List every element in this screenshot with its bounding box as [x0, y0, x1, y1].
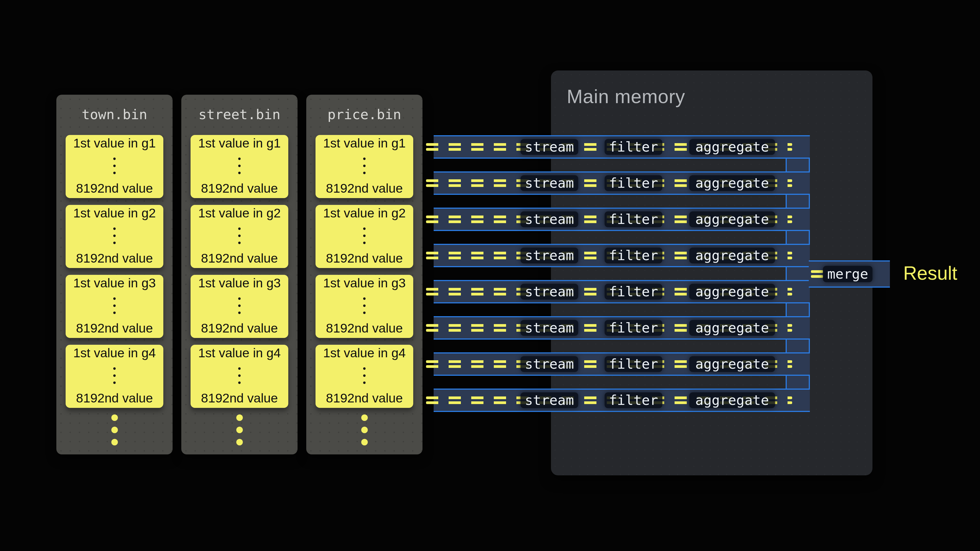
group-last-value: 8192nd value — [201, 181, 278, 195]
group-first-value: 1st value in g1 — [323, 136, 406, 150]
group-last-value: 8192nd value — [326, 321, 402, 335]
vertical-ellipsis-icon — [363, 297, 366, 314]
group-first-value: 1st value in g4 — [198, 346, 281, 360]
stage-label-aggregate: aggregate — [689, 356, 775, 372]
group-last-value: 8192nd value — [76, 251, 153, 265]
pipeline-gap-edge — [786, 231, 787, 244]
pipeline-row: stream filter aggregate — [434, 353, 810, 376]
more-groups-ellipsis-icon — [181, 414, 298, 445]
group-first-value: 1st value in g3 — [73, 276, 156, 290]
pipeline-row: stream filter aggregate — [434, 244, 810, 267]
group-first-value: 1st value in g3 — [323, 276, 406, 290]
stage-label-merge: merge — [823, 266, 872, 282]
pipeline-gap-edge — [786, 376, 787, 389]
data-flow-dashes-icon — [811, 270, 823, 273]
file-column-price: price.bin 1st value in g1 8192nd value 1… — [306, 95, 423, 454]
stage-label-aggregate: aggregate — [689, 139, 775, 155]
file-column-town: town.bin 1st value in g1 8192nd value 1s… — [56, 95, 173, 454]
more-groups-ellipsis-icon — [306, 414, 423, 445]
pipeline-gap-edge — [786, 159, 787, 171]
stage-label-stream: stream — [520, 356, 578, 372]
vertical-ellipsis-icon — [238, 297, 241, 314]
value-group-block: 1st value in g4 8192nd value — [65, 345, 163, 408]
pipeline-gap-edge — [786, 303, 787, 316]
value-group-block: 1st value in g1 8192nd value — [315, 135, 413, 198]
pipeline-row: stream filter aggregate — [434, 135, 810, 159]
result-label: Result — [903, 264, 957, 283]
vertical-ellipsis-icon — [238, 367, 241, 384]
stage-label-stream: stream — [520, 248, 578, 264]
stage-label-stream: stream — [520, 392, 578, 408]
pipeline-row: stream filter aggregate — [434, 389, 810, 412]
stage-label-filter: filter — [605, 175, 662, 191]
pipeline-gap-edge — [786, 340, 787, 353]
group-first-value: 1st value in g2 — [73, 206, 156, 220]
stage-label-filter: filter — [605, 248, 662, 264]
value-group-block: 1st value in g1 8192nd value — [191, 135, 288, 198]
value-group-block: 1st value in g4 8192nd value — [191, 345, 288, 408]
value-group-block: 1st value in g1 8192nd value — [65, 135, 163, 198]
stage-label-filter: filter — [605, 139, 662, 155]
stage-label-aggregate: aggregate — [689, 392, 775, 408]
pipeline-row: stream filter aggregate — [434, 208, 810, 231]
group-first-value: 1st value in g2 — [198, 206, 281, 220]
value-group-block: 1st value in g2 8192nd value — [65, 205, 163, 268]
vertical-ellipsis-icon — [113, 227, 116, 244]
value-group-block: 1st value in g2 8192nd value — [315, 205, 413, 268]
main-memory-title: Main memory — [567, 86, 685, 108]
stage-label-filter: filter — [605, 284, 662, 300]
vertical-ellipsis-icon — [363, 227, 366, 244]
group-first-value: 1st value in g4 — [73, 346, 156, 360]
stage-label-filter: filter — [605, 320, 662, 336]
stage-label-stream: stream — [520, 139, 578, 155]
group-last-value: 8192nd value — [201, 321, 278, 335]
diagram-canvas: Main memory town.bin 1st value in g1 819… — [0, 0, 980, 551]
pipeline-row: stream filter aggregate — [434, 316, 810, 340]
group-last-value: 8192nd value — [76, 181, 153, 195]
group-last-value: 8192nd value — [201, 251, 278, 265]
stage-label-aggregate: aggregate — [689, 248, 775, 264]
group-last-value: 8192nd value — [326, 251, 402, 265]
vertical-ellipsis-icon — [113, 297, 116, 314]
stage-label-filter: filter — [605, 392, 662, 408]
file-name-town: town.bin — [56, 106, 173, 122]
stage-label-filter: filter — [605, 356, 662, 372]
merge-band: merge — [809, 260, 890, 287]
value-group-block: 1st value in g3 8192nd value — [191, 275, 288, 338]
group-first-value: 1st value in g2 — [323, 206, 406, 220]
file-name-price: price.bin — [306, 106, 423, 122]
pipeline-row: stream filter aggregate — [434, 171, 810, 195]
file-name-street: street.bin — [181, 106, 298, 122]
vertical-ellipsis-icon — [113, 157, 116, 174]
stage-label-aggregate: aggregate — [689, 284, 775, 300]
group-first-value: 1st value in g4 — [323, 346, 406, 360]
vertical-ellipsis-icon — [238, 157, 241, 174]
stage-label-filter: filter — [605, 211, 662, 227]
vertical-ellipsis-icon — [363, 157, 366, 174]
stage-label-stream: stream — [520, 284, 578, 300]
stage-label-stream: stream — [520, 175, 578, 191]
group-last-value: 8192nd value — [326, 181, 402, 195]
group-first-value: 1st value in g1 — [73, 136, 156, 150]
value-group-block: 1st value in g4 8192nd value — [315, 345, 413, 408]
vertical-ellipsis-icon — [363, 367, 366, 384]
pipeline-gap-edge — [786, 267, 787, 280]
stage-label-aggregate: aggregate — [689, 320, 775, 336]
stage-label-stream: stream — [520, 320, 578, 336]
data-flow-dashes-icon — [811, 275, 823, 278]
pipeline-row: stream filter aggregate — [434, 280, 810, 303]
group-last-value: 8192nd value — [76, 391, 153, 405]
vertical-ellipsis-icon — [238, 227, 241, 244]
stage-label-aggregate: aggregate — [689, 175, 775, 191]
file-column-street: street.bin 1st value in g1 8192nd value … — [181, 95, 298, 454]
stage-label-aggregate: aggregate — [689, 211, 775, 227]
group-last-value: 8192nd value — [201, 391, 278, 405]
group-first-value: 1st value in g1 — [198, 136, 281, 150]
value-group-block: 1st value in g3 8192nd value — [65, 275, 163, 338]
pipeline-gap-edge — [786, 195, 787, 208]
vertical-ellipsis-icon — [113, 367, 116, 384]
value-group-block: 1st value in g2 8192nd value — [191, 205, 288, 268]
stage-label-stream: stream — [520, 211, 578, 227]
group-last-value: 8192nd value — [326, 391, 402, 405]
group-last-value: 8192nd value — [76, 321, 153, 335]
